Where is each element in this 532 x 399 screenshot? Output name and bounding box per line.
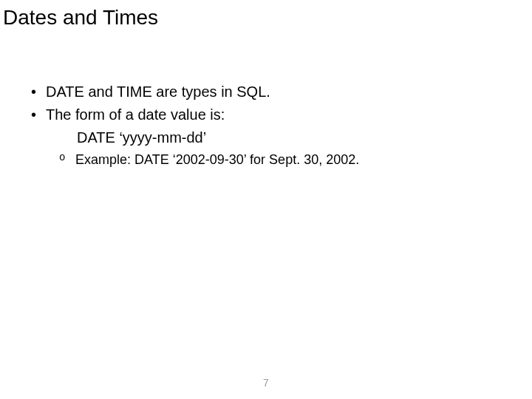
- bullet-item-1: DATE and TIME are types in SQL.: [30, 81, 502, 103]
- sub-bullet-item-1: Example: DATE ‘2002-09-30’ for Sept. 30,…: [59, 150, 502, 169]
- date-format-line: DATE ‘yyyy-mm-dd’: [30, 127, 502, 149]
- slide-title: Dates and Times: [0, 0, 532, 30]
- bullet-list: DATE and TIME are types in SQL. The form…: [30, 81, 502, 126]
- page-number: 7: [0, 377, 532, 389]
- sub-bullet-list: Example: DATE ‘2002-09-30’ for Sept. 30,…: [30, 150, 502, 169]
- bullet-item-2: The form of a date value is:: [30, 104, 502, 126]
- slide-content: DATE and TIME are types in SQL. The form…: [0, 30, 532, 169]
